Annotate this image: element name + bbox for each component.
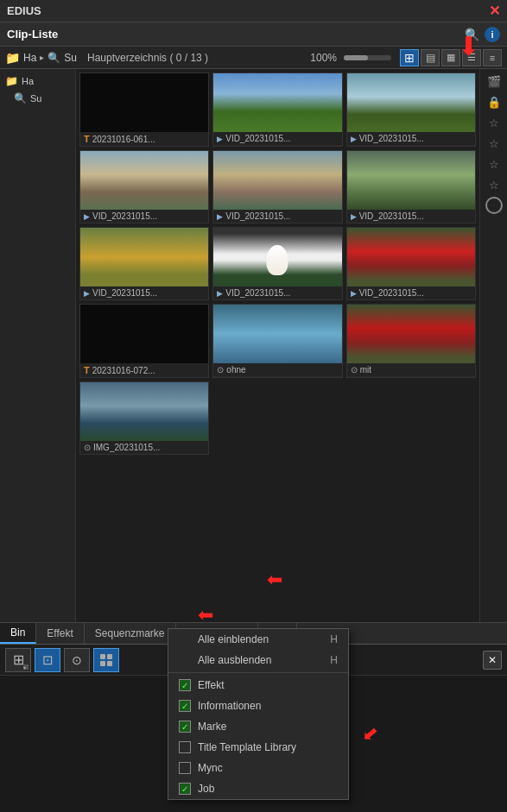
view-grid-button[interactable]: ⊞ <box>400 49 419 66</box>
view-strip-button[interactable]: ▤ <box>421 49 440 66</box>
menu-checkbox-ttl[interactable] <box>179 741 191 753</box>
view-list2-button[interactable]: ▦ <box>441 49 460 66</box>
deco-icon-circle[interactable] <box>485 197 503 214</box>
info-icon[interactable]: i <box>485 27 500 42</box>
deco-icon-film[interactable]: 🎬 <box>485 72 503 90</box>
clip-label-bar: IMG_20231015... <box>80 441 208 454</box>
clip-name: VID_20231015... <box>92 211 205 221</box>
menu-item-alle-einblenden[interactable]: Alle einblenden H <box>168 629 348 650</box>
clip-label-bar: 20231016-072... <box>80 363 208 377</box>
svg-rect-0 <box>100 654 105 659</box>
deco-icon-star2[interactable]: ☆ <box>485 135 503 152</box>
menu-item-title-template-library[interactable]: Title Template Library <box>168 737 348 758</box>
clip-thumb <box>347 151 475 210</box>
clip-name: IMG_20231015... <box>93 443 205 452</box>
clip-item[interactable]: VID_20231015... <box>212 72 342 147</box>
menu-item-job[interactable]: ✓ Job <box>168 778 348 799</box>
clip-type-icon <box>84 212 90 221</box>
menu-shortcut: H <box>330 654 338 666</box>
menu-checkbox-effekt[interactable]: ✓ <box>179 679 191 691</box>
tab-effekt[interactable]: Effekt <box>36 623 84 644</box>
nav-bar: 📁 Ha ▸ 🔍 Su Hauptverzeichnis ( 0 / 13 ) … <box>0 47 507 69</box>
svg-rect-2 <box>100 661 105 666</box>
clip-name: VID_20231015... <box>92 288 205 298</box>
menu-item-marke[interactable]: ✓ Marke <box>168 716 348 737</box>
deco-icon-star4[interactable]: ☆ <box>485 176 503 193</box>
tab-bin[interactable]: Bin <box>0 623 36 644</box>
clip-item[interactable]: mit <box>346 304 476 378</box>
clip-item[interactable]: VID_20231015... <box>79 150 209 223</box>
clip-name: ohne <box>226 365 338 375</box>
clip-grid: 20231016-061... VID_20231015... <box>76 69 479 622</box>
folder-icon[interactable]: 📁 <box>5 51 20 65</box>
clip-label-bar: VID_20231015... <box>347 210 475 223</box>
menu-item-alle-ausblenden[interactable]: Alle ausblenden H <box>168 650 348 670</box>
clip-item[interactable]: VID_20231015... <box>212 227 342 300</box>
search-icon-sidebar: 🔍 <box>14 92 27 104</box>
dropdown-menu: Alle einblenden H Alle ausblenden H ✓ Ef… <box>168 628 349 800</box>
menu-label: Alle ausblenden <box>198 654 271 666</box>
clip-type-icon <box>84 365 90 375</box>
close-button-top[interactable]: ✕ <box>489 3 500 19</box>
menu-label: Job <box>198 783 214 795</box>
clip-thumb <box>80 73 208 132</box>
clip-type-icon <box>351 365 358 375</box>
clip-item[interactable]: ohne <box>212 304 342 378</box>
clip-item[interactable]: VID_20231015... <box>346 150 476 223</box>
menu-item-mync[interactable]: Mync <box>168 758 348 778</box>
clip-item[interactable]: VID_20231015... <box>346 72 476 147</box>
menu-checkbox-informationen[interactable]: ✓ <box>179 700 191 712</box>
clip-item[interactable]: VID_20231015... <box>79 227 209 300</box>
clip-thumb <box>347 73 475 132</box>
clip-label-bar: ohne <box>213 363 341 376</box>
sidebar-item-folder[interactable]: 📁 Ha <box>0 72 75 90</box>
clip-thumb <box>347 305 475 363</box>
effect-btn-2[interactable]: ⊡ <box>35 648 60 672</box>
effect-close-button[interactable]: ✕ <box>483 651 502 670</box>
menu-shortcut: H <box>330 633 338 645</box>
view-buttons: ⊞ ▤ ▦ ☰ ≡ <box>400 49 502 66</box>
left-sidebar: 📁 Ha 🔍 Su <box>0 69 76 622</box>
zoom-slider[interactable] <box>344 55 391 60</box>
menu-label: Mync <box>198 762 223 774</box>
sidebar-search-label: Su <box>30 93 41 104</box>
sidebar-item-search[interactable]: 🔍 Su <box>0 90 75 107</box>
clip-item[interactable]: VID_20231015... <box>346 227 476 300</box>
menu-checkbox-marke[interactable]: ✓ <box>179 721 191 733</box>
clip-item[interactable]: VID_20231015... <box>212 150 342 223</box>
deco-icon-star1[interactable]: ☆ <box>485 114 503 131</box>
clip-item[interactable]: 20231016-072... <box>79 304 209 378</box>
view-list4-button[interactable]: ≡ <box>483 49 502 66</box>
clip-label-bar: VID_20231015... <box>347 132 475 145</box>
clip-item[interactable]: 20231016-061... <box>79 72 209 147</box>
clip-label-bar: VID_20231015... <box>347 286 475 299</box>
menu-checkbox-job[interactable]: ✓ <box>179 783 191 795</box>
search-icon-nav[interactable]: 🔍 <box>48 52 60 64</box>
clip-thumb <box>80 305 208 363</box>
menu-checkbox-mync[interactable] <box>179 762 191 774</box>
effect-btn-3[interactable]: ⊙ <box>64 648 90 672</box>
deco-icon-star3[interactable]: ☆ <box>485 155 503 173</box>
deco-icon-lock[interactable]: 🔒 <box>485 93 503 110</box>
search-icon[interactable]: 🔍 <box>465 28 479 41</box>
clip-type-icon <box>217 135 223 143</box>
folder-label: Ha <box>23 52 36 64</box>
effect-btn-1[interactable]: ⊞ ▾ <box>5 648 31 672</box>
panel-title: Clip-Liste <box>7 28 58 41</box>
clip-label-bar: VID_20231015... <box>213 286 341 299</box>
menu-label: Title Template Library <box>198 741 296 753</box>
tab-sequenzmarke[interactable]: Sequenzmarke <box>85 623 176 644</box>
clip-name: VID_20231015... <box>225 134 338 143</box>
clip-type-icon <box>351 212 357 221</box>
clip-label-bar: mit <box>347 363 475 376</box>
dir-info: Hauptverzeichnis ( 0 / 13 ) <box>87 52 307 64</box>
menu-label: Informationen <box>198 700 261 712</box>
menu-item-informationen[interactable]: ✓ Informationen <box>168 696 348 716</box>
menu-label: Effekt <box>198 679 224 691</box>
menu-item-effekt[interactable]: ✓ Effekt <box>168 675 348 696</box>
clip-item[interactable]: IMG_20231015... <box>79 381 209 455</box>
clip-type-icon <box>217 365 224 375</box>
view-list3-button[interactable]: ☰ <box>462 49 481 66</box>
effect-btn-grid[interactable] <box>93 648 119 672</box>
clip-label-bar: 20231016-061... <box>80 132 208 146</box>
